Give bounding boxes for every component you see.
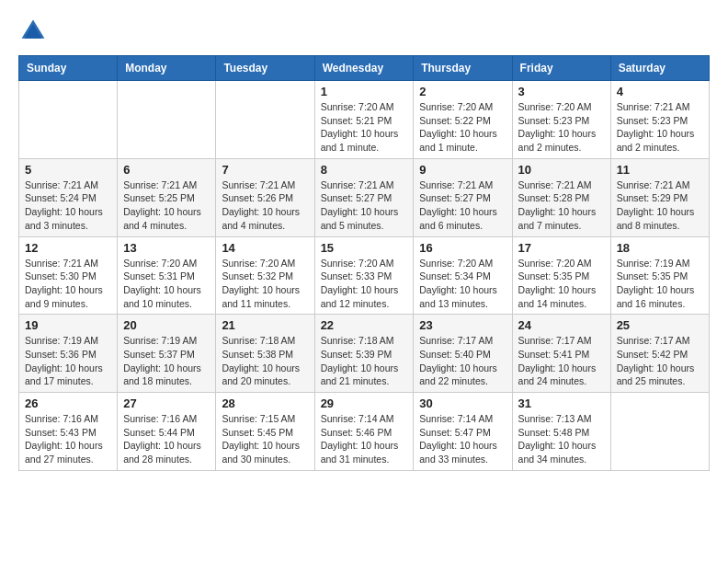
day-info: Sunrise: 7:18 AMSunset: 5:39 PMDaylight:…: [321, 334, 408, 388]
day-info: Sunrise: 7:21 AMSunset: 5:28 PMDaylight:…: [518, 178, 605, 233]
day-number: 4: [617, 85, 703, 98]
day-number: 17: [518, 241, 605, 255]
day-cell: 27Sunrise: 7:16 AMSunset: 5:44 PMDayligh…: [118, 393, 216, 471]
day-info: Sunrise: 7:20 AMSunset: 5:35 PMDaylight:…: [518, 257, 605, 311]
header: [18, 18, 710, 48]
day-info: Sunrise: 7:21 AMSunset: 5:29 PMDaylight:…: [617, 178, 703, 233]
week-row-1: 1Sunrise: 7:20 AMSunset: 5:21 PMDaylight…: [19, 81, 710, 159]
day-number: 3: [518, 85, 605, 98]
day-info: Sunrise: 7:17 AMSunset: 5:40 PMDaylight:…: [419, 334, 506, 388]
day-cell: 31Sunrise: 7:13 AMSunset: 5:48 PMDayligh…: [512, 393, 610, 471]
day-info: Sunrise: 7:20 AMSunset: 5:33 PMDaylight:…: [321, 257, 408, 311]
day-cell: 14Sunrise: 7:20 AMSunset: 5:32 PMDayligh…: [216, 236, 314, 315]
weekday-header-sunday: Sunday: [19, 56, 118, 81]
day-number: 22: [321, 318, 408, 332]
day-cell: 9Sunrise: 7:21 AMSunset: 5:27 PMDaylight…: [414, 158, 512, 236]
day-number: 18: [617, 241, 703, 255]
week-row-2: 5Sunrise: 7:21 AMSunset: 5:24 PMDaylight…: [19, 158, 710, 236]
day-info: Sunrise: 7:20 AMSunset: 5:31 PMDaylight:…: [123, 257, 210, 311]
day-info: Sunrise: 7:20 AMSunset: 5:21 PMDaylight:…: [321, 100, 408, 155]
day-number: 11: [617, 163, 703, 177]
calendar-table: SundayMondayTuesdayWednesdayThursdayFrid…: [18, 55, 710, 471]
day-number: 25: [617, 318, 703, 332]
day-cell: 28Sunrise: 7:15 AMSunset: 5:45 PMDayligh…: [216, 393, 314, 471]
day-info: Sunrise: 7:16 AMSunset: 5:44 PMDaylight:…: [123, 412, 210, 466]
day-cell: 11Sunrise: 7:21 AMSunset: 5:29 PMDayligh…: [610, 158, 709, 236]
day-cell: [610, 393, 709, 471]
day-number: 9: [419, 163, 506, 177]
weekday-header-monday: Monday: [118, 56, 216, 81]
day-cell: 15Sunrise: 7:20 AMSunset: 5:33 PMDayligh…: [314, 236, 414, 315]
day-number: 19: [25, 318, 111, 332]
day-cell: 16Sunrise: 7:20 AMSunset: 5:34 PMDayligh…: [414, 236, 512, 315]
weekday-header-thursday: Thursday: [414, 56, 512, 81]
calendar-page: SundayMondayTuesdayWednesdayThursdayFrid…: [0, 0, 728, 480]
day-number: 10: [518, 163, 605, 177]
weekday-header-wednesday: Wednesday: [314, 56, 414, 81]
day-cell: [19, 81, 118, 159]
day-info: Sunrise: 7:15 AMSunset: 5:45 PMDaylight:…: [222, 412, 308, 466]
day-info: Sunrise: 7:13 AMSunset: 5:48 PMDaylight:…: [518, 412, 605, 466]
day-number: 20: [123, 318, 210, 332]
day-number: 24: [518, 318, 605, 332]
day-cell: 4Sunrise: 7:21 AMSunset: 5:23 PMDaylight…: [610, 81, 709, 159]
day-cell: 19Sunrise: 7:19 AMSunset: 5:36 PMDayligh…: [19, 315, 118, 393]
day-number: 23: [419, 318, 506, 332]
day-info: Sunrise: 7:20 AMSunset: 5:22 PMDaylight:…: [419, 100, 506, 155]
day-number: 27: [123, 396, 210, 410]
logo: [18, 18, 46, 48]
day-cell: 3Sunrise: 7:20 AMSunset: 5:23 PMDaylight…: [512, 81, 610, 159]
day-info: Sunrise: 7:16 AMSunset: 5:43 PMDaylight:…: [25, 412, 111, 466]
day-info: Sunrise: 7:20 AMSunset: 5:23 PMDaylight:…: [518, 100, 605, 155]
day-info: Sunrise: 7:20 AMSunset: 5:34 PMDaylight:…: [419, 257, 506, 311]
day-info: Sunrise: 7:18 AMSunset: 5:38 PMDaylight:…: [222, 334, 308, 388]
day-number: 8: [321, 163, 408, 177]
day-cell: 1Sunrise: 7:20 AMSunset: 5:21 PMDaylight…: [314, 81, 414, 159]
day-number: 14: [222, 241, 308, 255]
day-info: Sunrise: 7:19 AMSunset: 5:36 PMDaylight:…: [25, 334, 111, 388]
day-cell: [216, 81, 314, 159]
day-cell: [118, 81, 216, 159]
day-cell: 30Sunrise: 7:14 AMSunset: 5:47 PMDayligh…: [414, 393, 512, 471]
day-cell: 12Sunrise: 7:21 AMSunset: 5:30 PMDayligh…: [19, 236, 118, 315]
day-number: 7: [222, 163, 308, 177]
day-info: Sunrise: 7:14 AMSunset: 5:46 PMDaylight:…: [321, 412, 408, 466]
day-info: Sunrise: 7:19 AMSunset: 5:37 PMDaylight:…: [123, 334, 210, 388]
day-cell: 5Sunrise: 7:21 AMSunset: 5:24 PMDaylight…: [19, 158, 118, 236]
day-number: 21: [222, 318, 308, 332]
day-info: Sunrise: 7:21 AMSunset: 5:27 PMDaylight:…: [419, 178, 506, 233]
day-number: 30: [419, 396, 506, 410]
day-number: 29: [321, 396, 408, 410]
day-number: 16: [419, 241, 506, 255]
day-number: 31: [518, 396, 605, 410]
day-info: Sunrise: 7:21 AMSunset: 5:23 PMDaylight:…: [617, 100, 703, 155]
day-number: 2: [419, 85, 506, 98]
day-number: 28: [222, 396, 308, 410]
day-cell: 23Sunrise: 7:17 AMSunset: 5:40 PMDayligh…: [414, 315, 512, 393]
day-cell: 18Sunrise: 7:19 AMSunset: 5:35 PMDayligh…: [610, 236, 709, 315]
weekday-header-tuesday: Tuesday: [216, 56, 314, 81]
week-row-5: 26Sunrise: 7:16 AMSunset: 5:43 PMDayligh…: [19, 393, 710, 471]
day-cell: 25Sunrise: 7:17 AMSunset: 5:42 PMDayligh…: [610, 315, 709, 393]
day-info: Sunrise: 7:20 AMSunset: 5:32 PMDaylight:…: [222, 257, 308, 311]
weekday-header-friday: Friday: [512, 56, 610, 81]
day-number: 12: [25, 241, 111, 255]
day-number: 6: [123, 163, 210, 177]
day-info: Sunrise: 7:21 AMSunset: 5:25 PMDaylight:…: [123, 178, 210, 233]
day-info: Sunrise: 7:14 AMSunset: 5:47 PMDaylight:…: [419, 412, 506, 466]
week-row-3: 12Sunrise: 7:21 AMSunset: 5:30 PMDayligh…: [19, 236, 710, 315]
day-cell: 20Sunrise: 7:19 AMSunset: 5:37 PMDayligh…: [118, 315, 216, 393]
day-info: Sunrise: 7:21 AMSunset: 5:24 PMDaylight:…: [25, 178, 111, 233]
weekday-header-row: SundayMondayTuesdayWednesdayThursdayFrid…: [19, 56, 710, 81]
day-info: Sunrise: 7:21 AMSunset: 5:30 PMDaylight:…: [25, 257, 111, 311]
logo-area: [18, 18, 50, 48]
day-cell: 29Sunrise: 7:14 AMSunset: 5:46 PMDayligh…: [314, 393, 414, 471]
day-cell: 10Sunrise: 7:21 AMSunset: 5:28 PMDayligh…: [512, 158, 610, 236]
day-cell: 13Sunrise: 7:20 AMSunset: 5:31 PMDayligh…: [118, 236, 216, 315]
day-info: Sunrise: 7:17 AMSunset: 5:42 PMDaylight:…: [617, 334, 703, 388]
day-cell: 7Sunrise: 7:21 AMSunset: 5:26 PMDaylight…: [216, 158, 314, 236]
day-info: Sunrise: 7:17 AMSunset: 5:41 PMDaylight:…: [518, 334, 605, 388]
day-cell: 8Sunrise: 7:21 AMSunset: 5:27 PMDaylight…: [314, 158, 414, 236]
day-cell: 6Sunrise: 7:21 AMSunset: 5:25 PMDaylight…: [118, 158, 216, 236]
day-number: 1: [321, 85, 408, 98]
